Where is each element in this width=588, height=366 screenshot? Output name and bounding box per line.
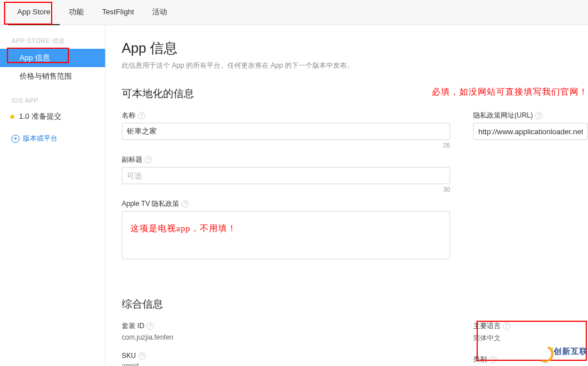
page-description: 此信息用于这个 App 的所有平台。任何更改将在 App 的下一个版本中发布。 <box>122 61 588 71</box>
primary-language-value: 简体中文 <box>473 333 588 343</box>
top-tabs: App Store 功能 TestFlight 活动 <box>0 0 588 25</box>
appletv-privacy-label: Apple TV 隐私政策 ? <box>122 199 450 209</box>
watermark: 创新互联 <box>536 345 588 358</box>
sidebar-item-app-info[interactable]: App 信息 <box>0 49 105 67</box>
appletv-privacy-box: 这项是电视app，不用填！ <box>122 211 450 259</box>
subtitle-label: 副标题 ? <box>122 155 450 165</box>
add-version-button[interactable]: + 版本或平台 <box>0 126 105 151</box>
sidebar: APP STORE 信息 App 信息 价格与销售范围 IOS APP 1.0 … <box>0 25 106 366</box>
sku-label: SKU ? <box>122 352 450 360</box>
main-content: App 信息 此信息用于这个 App 的所有平台。任何更改将在 App 的下一个… <box>106 25 588 366</box>
help-icon[interactable]: ? <box>489 356 497 363</box>
tab-app-store[interactable]: App Store <box>8 0 60 25</box>
sidebar-item-version[interactable]: 1.0 准备提交 <box>0 107 105 126</box>
help-icon[interactable]: ? <box>503 322 510 330</box>
page-title: App 信息 <box>122 39 588 57</box>
subtitle-counter: 30 <box>443 186 450 193</box>
sidebar-section-appstore-info: APP STORE 信息 <box>0 34 105 49</box>
plus-icon: + <box>11 135 20 143</box>
name-counter: 26 <box>443 142 450 149</box>
tab-features[interactable]: 功能 <box>60 0 93 25</box>
bundle-id-value: com.juzjia.fenfen <box>122 333 450 341</box>
annotation-tv-note: 这项是电视app，不用填！ <box>130 224 237 233</box>
name-input[interactable] <box>122 123 450 140</box>
sku-value: appid <box>122 362 450 366</box>
help-icon[interactable]: ? <box>146 322 154 330</box>
subtitle-input[interactable] <box>122 167 450 184</box>
sidebar-item-pricing[interactable]: 价格与销售范围 <box>0 67 105 85</box>
help-icon[interactable]: ? <box>535 112 543 119</box>
sidebar-section-ios-app: IOS APP <box>0 95 105 107</box>
add-version-label: 版本或平台 <box>23 134 57 143</box>
help-icon[interactable]: ? <box>138 112 145 119</box>
section-general-title: 综合信息 <box>122 297 588 311</box>
tab-testflight[interactable]: TestFlight <box>93 0 144 25</box>
primary-language-label: 主要语言 ? <box>473 321 588 331</box>
bundle-id-label: 套装 ID ? <box>122 321 450 331</box>
help-icon[interactable]: ? <box>181 200 189 208</box>
watermark-text: 创新互联 <box>554 346 588 357</box>
annotation-url-required: 必填，如没网站可直接填写我们官网！ <box>432 87 588 98</box>
help-icon[interactable]: ? <box>145 156 152 163</box>
help-icon[interactable]: ? <box>138 352 146 360</box>
privacy-url-input[interactable] <box>473 123 588 140</box>
privacy-url-label: 隐私政策网址(URL) ? <box>473 111 588 120</box>
watermark-swoosh-icon <box>536 345 552 358</box>
name-label: 名称 ? <box>122 111 450 120</box>
tab-activity[interactable]: 活动 <box>143 0 176 25</box>
